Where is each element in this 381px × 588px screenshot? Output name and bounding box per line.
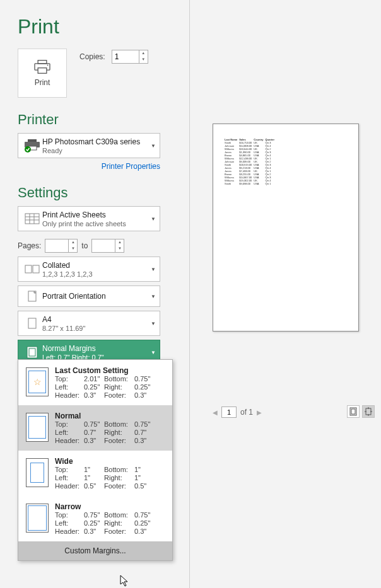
margin-option-wide[interactable]: WideTop:1"Bottom:1"Left:1"Right:1"Header… [18, 451, 172, 496]
svg-rect-21 [366, 408, 371, 415]
custom-margins-button[interactable]: Custom Margins... [18, 541, 172, 560]
margin-thumb-icon [26, 458, 49, 487]
cursor-icon [120, 575, 130, 587]
printer-heading: Printer [18, 112, 59, 128]
print-what-dropdown[interactable]: Print Active Sheets Only print the activ… [18, 206, 160, 231]
chevron-down-icon: ▼ [151, 143, 156, 149]
chevron-down-icon: ▼ [151, 294, 156, 299]
preview-panel: Last NameSalesCountryQuarterSmith$16,753… [189, 0, 381, 588]
svg-rect-2 [38, 68, 47, 74]
svg-rect-13 [25, 265, 32, 273]
margins-popup: ☆Last Custom SettingTop:2.01"Bottom:0.75… [18, 359, 173, 561]
pages-label: Pages: [18, 241, 41, 250]
chevron-down-icon: ▼ [151, 216, 156, 222]
svg-point-3 [47, 65, 49, 66]
margin-option-normal[interactable]: NormalTop:0.75"Bottom:0.75"Left:0.7"Righ… [18, 405, 172, 451]
svg-point-7 [25, 146, 31, 153]
orientation-dropdown[interactable]: Portrait Orientation ▼ [18, 285, 160, 307]
copies-spinner[interactable]: ▲▼ [112, 50, 148, 64]
collate-dropdown[interactable]: Collated 1,2,3 1,2,3 1,2,3 ▼ [18, 257, 160, 282]
page-input[interactable] [221, 406, 237, 418]
pages-to-input[interactable] [92, 239, 115, 252]
margins-icon [22, 346, 42, 359]
pages-from-input[interactable] [45, 239, 68, 252]
zoom-to-page-button[interactable] [362, 405, 375, 418]
next-page-button[interactable]: ▶ [257, 409, 262, 416]
copies-input[interactable] [112, 50, 139, 63]
margin-thumb-icon: ☆ [26, 367, 49, 396]
printer-name: HP Photosmart C309a series [42, 137, 151, 146]
svg-rect-4 [28, 139, 37, 142]
svg-rect-16 [28, 318, 36, 328]
print-button[interactable]: Print [18, 49, 67, 98]
printer-icon [33, 59, 51, 74]
margin-thumb-icon [26, 504, 49, 533]
printer-status-icon [22, 139, 42, 153]
print-button-label: Print [35, 78, 50, 87]
spinner-down[interactable]: ▼ [139, 57, 148, 63]
margin-option-last-custom-setting[interactable]: ☆Last Custom SettingTop:2.01"Bottom:0.75… [18, 360, 172, 405]
preview-page: Last NameSalesCountryQuarterSmith$16,753… [213, 124, 359, 331]
show-margins-button[interactable] [347, 405, 360, 418]
margin-thumb-icon [26, 413, 49, 442]
svg-rect-20 [351, 409, 355, 414]
margin-option-narrow[interactable]: NarrowTop:0.75"Bottom:0.75"Left:0.25"Rig… [18, 496, 172, 541]
printer-status: Ready [42, 147, 151, 154]
chevron-down-icon: ▼ [151, 321, 156, 326]
copies-label: Copies: [79, 52, 105, 61]
paper-icon [22, 318, 42, 329]
spinner-up[interactable]: ▲ [139, 50, 148, 57]
pages-from-spinner[interactable]: ▲▼ [45, 239, 78, 253]
pages-to-spinner[interactable]: ▲▼ [91, 239, 124, 253]
page-of-label: of 1 [240, 408, 253, 417]
paper-dropdown[interactable]: A4 8.27" x 11.69" ▼ [18, 311, 160, 336]
chevron-down-icon: ▼ [151, 267, 156, 272]
sheets-icon [22, 213, 42, 224]
svg-rect-0 [38, 61, 47, 64]
pages-to-label: to [81, 241, 88, 250]
settings-heading: Settings [18, 185, 68, 201]
portrait-icon [22, 291, 42, 302]
printer-dropdown[interactable]: HP Photosmart C309a series Ready ▼ [18, 133, 160, 158]
printer-properties-link[interactable]: Printer Properties [18, 162, 160, 171]
collate-icon [22, 263, 42, 275]
svg-rect-14 [33, 265, 39, 273]
chevron-down-icon: ▼ [151, 350, 156, 355]
svg-rect-8 [25, 214, 39, 224]
prev-page-button[interactable]: ◀ [213, 409, 218, 416]
